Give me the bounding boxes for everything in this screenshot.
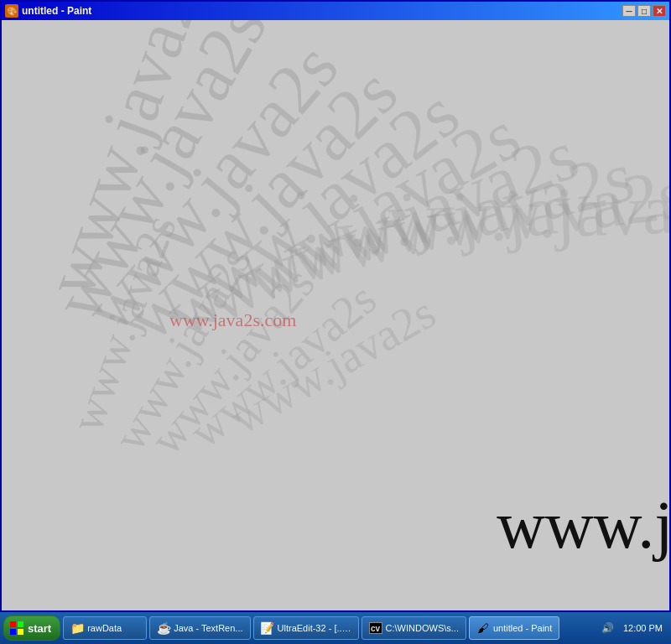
window-icon: 🎨 — [5, 4, 18, 18]
maximize-button[interactable]: □ — [637, 5, 651, 17]
system-clock: 12:00 PM — [618, 621, 668, 635]
watermark-10: www.java2s — [386, 165, 669, 259]
taskbar-item-cmd[interactable]: cv C:\WINDOWS\s... — [362, 616, 466, 640]
window-title: untitled - Paint — [22, 5, 91, 17]
cmd-icon: cv — [369, 622, 382, 634]
svg-rect-2 — [10, 629, 16, 635]
taskbar: start 📁 rawData ☕ Java - TextRen... 📝 Ul… — [0, 612, 671, 644]
svg-rect-3 — [18, 629, 23, 635]
taskbar-label-ultraedit: UltraEdit-32 - [..… — [278, 623, 351, 633]
windows-logo-icon — [9, 621, 24, 636]
editor-icon: 📝 — [261, 621, 274, 635]
java-icon: ☕ — [157, 621, 170, 635]
taskbar-item-rawdata[interactable]: 📁 rawData — [63, 616, 147, 640]
svg-rect-0 — [10, 621, 16, 627]
watermark-large: www.ja — [497, 487, 669, 564]
speaker-icon: 🔊 — [601, 621, 615, 635]
title-bar: 🎨 untitled - Paint ─ □ ✕ — [2, 2, 669, 20]
main-window: 🎨 untitled - Paint ─ □ ✕ www.java2s www.… — [0, 0, 671, 612]
folder-icon: 📁 — [70, 621, 84, 635]
start-label: start — [28, 622, 51, 635]
watermark-red: www.java2s.com — [169, 309, 296, 331]
svg-rect-1 — [18, 621, 23, 627]
taskbar-item-paint[interactable]: 🖌 untitled - Paint — [469, 616, 559, 640]
paint-icon: 🖌 — [476, 621, 490, 635]
taskbar-item-java[interactable]: ☕ Java - TextRen... — [149, 616, 250, 640]
title-bar-left: 🎨 untitled - Paint — [5, 4, 91, 18]
minimize-button[interactable]: ─ — [622, 5, 636, 17]
taskbar-right: 🔊 12:00 PM — [601, 621, 668, 635]
window-controls: ─ □ ✕ — [622, 5, 666, 17]
close-button[interactable]: ✕ — [653, 5, 666, 17]
taskbar-item-ultraedit[interactable]: 📝 UltraEdit-32 - [..… — [253, 616, 359, 640]
start-button[interactable]: start — [3, 615, 60, 641]
taskbar-label-paint: untitled - Paint — [493, 623, 552, 633]
taskbar-label-java: Java - TextRen... — [174, 623, 242, 633]
taskbar-label-cmd: C:\WINDOWS\s... — [386, 623, 459, 633]
taskbar-label-rawdata: rawData — [87, 623, 122, 633]
paint-canvas[interactable]: www.java2s www.java2s www.java2s www.jav… — [2, 20, 669, 612]
